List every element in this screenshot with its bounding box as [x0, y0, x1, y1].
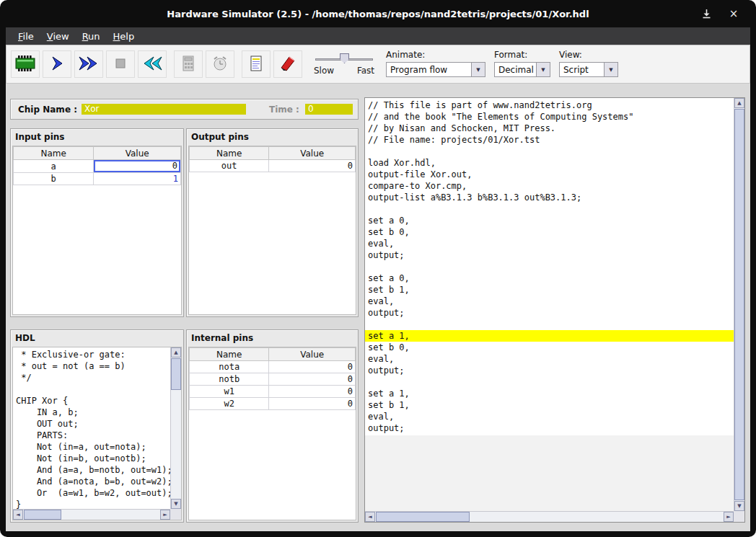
code-line [365, 319, 734, 330]
hdl-horizontal-scrollbar[interactable]: ◄ ► [13, 509, 170, 520]
chevron-down-icon[interactable]: ▼ [536, 63, 550, 76]
scroll-left-icon[interactable]: ◄ [365, 512, 375, 522]
pin-name: notb [190, 373, 269, 386]
chip-name-label: Chip Name : [18, 105, 77, 115]
script-horizontal-scrollbar[interactable]: ◄ ► [365, 511, 734, 522]
reset-button[interactable] [138, 50, 167, 78]
scrollbar-thumb[interactable] [24, 510, 61, 520]
scrollbar-corner [170, 509, 181, 520]
calculator-icon [181, 56, 195, 74]
code-line [365, 146, 734, 157]
stop-button[interactable] [106, 50, 135, 78]
menu-help[interactable]: Help [107, 29, 141, 44]
code-line: // and the book "The Elements of Computi… [365, 111, 734, 123]
speed-slider[interactable] [314, 53, 374, 65]
code-line: eval, [365, 238, 734, 249]
format-select[interactable]: Decimal ▼ [494, 62, 550, 77]
menu-bar: FileViewRunHelp [6, 27, 750, 45]
scroll-up-icon[interactable]: ▲ [171, 347, 181, 358]
input-pins-panel: Input pins NameValuea0b1 [10, 128, 184, 317]
scroll-up-icon[interactable]: ▲ [734, 98, 744, 108]
code-line [365, 261, 734, 272]
fast-label: Fast [357, 66, 374, 76]
load-chip-button[interactable] [11, 50, 40, 78]
internal-pins-table: NameValuenota0notb0w10w20 [188, 347, 356, 520]
code-line [365, 376, 734, 388]
scrollbar-thumb[interactable] [171, 358, 181, 390]
menu-file[interactable]: File [12, 29, 40, 44]
clock-icon [212, 56, 228, 74]
pin-row: b1 [14, 173, 181, 185]
single-step-button[interactable] [43, 50, 71, 78]
app-body: FileViewRunHelp [6, 27, 750, 531]
pin-row: w10 [190, 386, 356, 398]
slow-label: Slow [314, 66, 334, 76]
code-line: } [13, 499, 170, 509]
calculator-button[interactable] [174, 50, 203, 78]
pin-name: w2 [190, 398, 269, 410]
column-header: Value [94, 147, 181, 160]
scroll-right-icon[interactable]: ► [724, 512, 734, 522]
code-line: output; [365, 365, 734, 376]
pin-value-editor[interactable]: 0 [94, 160, 180, 172]
time-label: Time : [269, 105, 299, 115]
pin-value[interactable]: 1 [94, 173, 181, 185]
fast-forward-icon [78, 56, 100, 74]
eraser-icon [279, 56, 296, 74]
internal-pins-panel: Internal pins NameValuenota0notb0w10w20 [186, 329, 359, 523]
pins-table: NameValuenota0notb0w10w20 [189, 347, 356, 410]
view-select[interactable]: Script ▼ [559, 62, 618, 77]
menu-mnemonic: F [18, 31, 23, 42]
code-line: set b 0, [365, 226, 734, 238]
chevron-down-icon[interactable]: ▼ [604, 63, 617, 76]
menu-mnemonic: R [82, 31, 88, 42]
code-line: // by Nisan and Schocken, MIT Press. [365, 123, 734, 134]
clear-button[interactable] [273, 50, 302, 78]
code-line: PARTS: [13, 430, 170, 441]
script-panel: // This file is part of www.nand2tetris.… [364, 97, 745, 523]
code-line: eval, [365, 296, 734, 307]
pin-row: notb0 [190, 373, 356, 386]
code-line: // File name: projects/01/Xor.tst [365, 134, 734, 146]
view-hdl-button[interactable] [242, 50, 271, 78]
code-line: // This file is part of www.nand2tetris.… [365, 99, 734, 111]
pin-value[interactable]: 0 [269, 373, 356, 386]
close-icon[interactable]: × [727, 7, 740, 20]
main-area: Chip Name : Xor Time : 0 Input pins Name… [6, 84, 750, 531]
chip-name-field[interactable]: Xor [82, 104, 246, 115]
scroll-down-icon[interactable]: ▼ [171, 499, 181, 509]
scroll-right-icon[interactable]: ► [160, 510, 170, 520]
menu-view[interactable]: View [40, 29, 76, 44]
script-vertical-scrollbar[interactable]: ▲ ▼ [734, 98, 744, 511]
output-pins-table: NameValueout0 [188, 146, 356, 315]
pin-value[interactable]: 0 [269, 386, 356, 398]
scroll-down-icon[interactable]: ▼ [734, 501, 744, 511]
output-pins-panel: Output pins NameValueout0 [186, 128, 359, 317]
scrollbar-thumb[interactable] [376, 512, 470, 522]
animate-select[interactable]: Program flow ▼ [386, 62, 485, 77]
chevron-down-icon[interactable]: ▼ [471, 63, 485, 76]
code-line: load Xor.hdl, [365, 157, 734, 169]
menu-run[interactable]: Run [76, 29, 107, 44]
menu-mnemonic: V [47, 31, 53, 42]
pin-value[interactable]: 0 [269, 160, 356, 172]
run-button[interactable] [74, 50, 103, 78]
pin-row: a0 [14, 160, 181, 173]
code-line: And (a=nota, b=b, out=w2); [13, 476, 170, 487]
code-line: Or (a=w1, b=w2, out=out); [13, 487, 170, 499]
slider-thumb[interactable] [340, 53, 349, 63]
pin-value[interactable]: 0 [269, 398, 356, 410]
code-line: * out = not (a == b) [13, 360, 170, 372]
scrollbar-thumb[interactable] [734, 109, 744, 500]
pin-value[interactable]: 0 [269, 361, 356, 373]
download-icon[interactable] [700, 7, 713, 20]
window-title: Hardware Simulator (2.5) - /home/thomas/… [167, 9, 589, 19]
scroll-left-icon[interactable]: ◄ [13, 510, 23, 520]
animate-value: Program flow [387, 63, 471, 76]
code-line: */ [13, 372, 170, 383]
hdl-vertical-scrollbar[interactable]: ▲ ▼ [170, 347, 181, 509]
pin-value[interactable]: 0 [94, 160, 181, 173]
column-header: Name [190, 348, 269, 361]
clock-button[interactable] [206, 50, 234, 78]
pin-name: nota [190, 361, 269, 373]
